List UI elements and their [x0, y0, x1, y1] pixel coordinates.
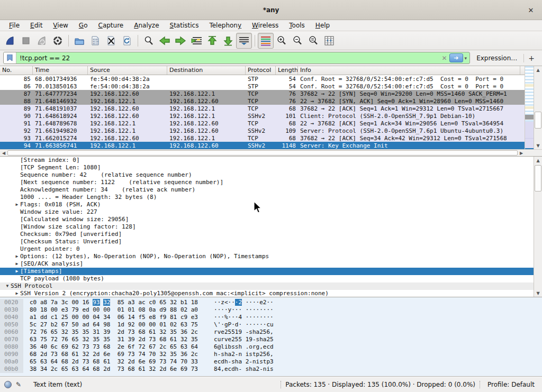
packet-row-85[interactable]: 8568.001734936fe:54:00:d4:38:2aSTP54Conf… [0, 75, 542, 83]
detail-line[interactable]: Urgent pointer: 0 [0, 245, 534, 253]
hex-bytes[interactable]: 36 40 6c 69 62 73 73 68 2e 6f 72 67 2c 6… [23, 343, 198, 351]
packet-minimap[interactable] [525, 66, 534, 149]
detail-line[interactable]: [Checksum Status: Unverified] [0, 238, 534, 245]
zoom-out-button[interactable] [290, 33, 305, 49]
hex-row-0070[interactable]: 007063 75 72 76 65 32 35 35 31 39 2d 73 … [0, 336, 542, 343]
detail-line[interactable]: ▶[SEQ/ACK analysis] [0, 260, 534, 268]
menu-go[interactable]: Go [74, 21, 93, 30]
hex-ascii[interactable]: ···%···4 ········ [198, 314, 274, 321]
packet-row-88[interactable]: 8871.648146932192.168.122.1192.168.122.6… [0, 97, 542, 105]
packet-list-hscrollbar[interactable]: ◀ ▶ [0, 149, 542, 156]
hex-row-0050[interactable]: 00505c 27 b2 67 50 ad 64 98 1d 92 00 00 … [0, 321, 542, 329]
detail-line[interactable]: Window size value: 227 [0, 208, 534, 216]
expert-info-icon[interactable] [4, 381, 12, 388]
auto-scroll-button[interactable] [236, 33, 252, 49]
find-packet-button[interactable] [141, 33, 157, 49]
menu-file[interactable]: File [4, 21, 24, 30]
open-file-button[interactable] [71, 33, 87, 49]
hex-bytes[interactable]: 68 2d 73 68 61 32 2d 6e 69 73 74 70 32 3… [23, 351, 198, 358]
close-window-icon[interactable]: ✕ [526, 5, 536, 15]
vscroll-thumb[interactable] [535, 112, 541, 128]
scroll-down-icon[interactable]: ▼ [534, 142, 542, 149]
go-forward-button[interactable] [173, 33, 188, 49]
tree-collapsed-icon[interactable]: ▶ [14, 253, 20, 260]
detail-line[interactable]: TCP payload (1080 bytes) [0, 275, 534, 282]
column-header-destination[interactable]: Destination [167, 66, 246, 75]
hex-ascii[interactable]: ··z<···2 ····e2·· [198, 299, 274, 306]
hex-ascii[interactable]: rve25519 -sha256, [198, 329, 274, 336]
detail-line[interactable]: [Calculated window size: 29056] [0, 216, 534, 223]
tree-collapsed-icon[interactable]: ▶ [14, 201, 20, 208]
filter-apply-button[interactable]: ➜ [449, 53, 463, 62]
detail-line[interactable]: [Stream index: 0] [0, 157, 534, 164]
column-header-no[interactable]: No. [0, 66, 33, 75]
colorize-button[interactable] [258, 33, 274, 49]
details-scroll-up-icon[interactable]: ▲ [534, 157, 542, 164]
hex-row-00a0[interactable]: 00a065 63 64 68 2d 73 68 61 32 2d 6e 69 … [0, 358, 542, 366]
go-first-button[interactable] [204, 33, 220, 49]
detail-line[interactable]: Acknowledgment number: 34 (relative ack … [0, 186, 534, 194]
column-header-length[interactable]: Length [276, 66, 298, 75]
packet-bytes-pane[interactable]: 0020c0 a8 7a 3c 00 16 93 32 85 a3 ac c0 … [0, 297, 542, 377]
zoom-in-button[interactable] [274, 33, 290, 49]
hex-bytes[interactable]: a1 dd c1 25 00 00 04 34 06 14 f5 e8 f9 8… [23, 314, 198, 321]
go-to-packet-button[interactable] [188, 33, 204, 49]
menu-help[interactable]: Help [311, 21, 335, 30]
packet-row-87[interactable]: 8771.647777234192.168.122.60192.168.122.… [0, 90, 542, 97]
detail-line[interactable]: [Window size scaling factor: 128] [0, 223, 534, 231]
packet-list-vscrollbar[interactable]: ▲ ▼ [534, 66, 542, 149]
expression-button[interactable]: Expression… [474, 54, 519, 62]
hex-bytes[interactable]: 72 76 65 32 35 35 31 39 2d 73 68 61 32 3… [23, 329, 198, 336]
tree-collapsed-icon[interactable]: ▶ [14, 268, 20, 275]
hex-ascii[interactable]: h-sha2-n istp256, [198, 351, 274, 358]
filter-bookmark-icon[interactable] [4, 52, 16, 63]
menu-capture[interactable]: Capture [93, 21, 128, 30]
hex-row-0030[interactable]: 003080 18 00 e3 79 ed 00 00 01 01 08 0a … [0, 306, 542, 314]
hex-bytes[interactable]: 80 18 00 e3 79 ed 00 00 01 01 08 0a d9 8… [23, 306, 198, 314]
column-header-info[interactable]: Info [298, 66, 520, 75]
detail-line[interactable]: Sequence number: 42 (relative sequence n… [0, 171, 534, 179]
reload-file-button[interactable] [119, 33, 135, 49]
detail-line[interactable]: ▶[Timestamps] [0, 268, 534, 275]
column-header-protocol[interactable]: Protocol [246, 66, 276, 75]
hex-ascii[interactable]: 6@libssh .org,ecd [198, 343, 274, 351]
menu-analyze[interactable]: Analyze [129, 21, 164, 30]
menu-view[interactable]: View [48, 21, 73, 30]
scroll-right-icon[interactable]: ▶ [518, 150, 525, 156]
hex-row-0020[interactable]: 0020c0 a8 7a 3c 00 16 93 32 85 a3 ac c0 … [0, 299, 542, 306]
detail-line[interactable]: [TCP Segment Len: 1080] [0, 164, 534, 171]
hex-ascii[interactable]: 84,ecdh- sha2-nis [198, 366, 274, 373]
hex-bytes[interactable]: 63 75 72 76 65 32 35 35 31 39 2d 73 68 6… [23, 336, 198, 343]
packet-details-tree[interactable]: [Stream index: 0][TCP Segment Len: 1080]… [0, 157, 534, 297]
packet-row-92[interactable]: 9271.661949820192.168.122.1192.168.122.6… [0, 127, 542, 134]
restart-capture-button[interactable] [34, 33, 50, 49]
packet-row-86[interactable]: 8670.013850163fe:54:00:d4:38:2aSTP54Conf… [0, 83, 542, 90]
details-vscroll-thumb[interactable] [535, 165, 541, 192]
hex-row-0040[interactable]: 0040a1 dd c1 25 00 00 04 34 06 14 f5 e8 … [0, 314, 542, 321]
display-filter-input[interactable]: !tcp.port == 22 [16, 54, 440, 62]
save-file-button[interactable]: 010101100111 [87, 33, 103, 49]
packet-row-93[interactable]: 9371.662015274192.168.122.60192.168.122.… [0, 134, 542, 142]
packet-row-94[interactable]: 9471.663856741192.168.122.1192.168.122.6… [0, 142, 542, 149]
start-capture-button[interactable] [2, 33, 18, 49]
menu-tools[interactable]: Tools [284, 21, 310, 30]
hex-bytes[interactable]: 65 63 64 68 2d 73 68 61 32 2d 6e 69 73 7… [23, 358, 198, 366]
detail-line[interactable]: ▼SSH Protocol [0, 282, 534, 290]
hex-row-0090[interactable]: 009068 2d 73 68 61 32 2d 6e 69 73 74 70 … [0, 351, 542, 358]
resize-columns-button[interactable] [321, 33, 337, 49]
scroll-left-icon[interactable]: ◀ [0, 150, 7, 156]
hex-ascii[interactable]: ····y··· ········ [198, 306, 274, 314]
detail-line[interactable]: ▶Options: (12 bytes), No-Operation (NOP)… [0, 253, 534, 260]
tree-collapsed-icon[interactable]: ▶ [14, 260, 20, 268]
menu-telephony[interactable]: Telephony [204, 21, 246, 30]
column-header-source[interactable]: Source [88, 66, 167, 75]
filter-dropdown-icon[interactable]: ▾ [464, 56, 470, 61]
go-last-button[interactable] [220, 33, 236, 49]
hscroll-thumb[interactable] [7, 150, 518, 156]
detail-line[interactable]: 1000 .... = Header Length: 32 bytes (8) [0, 194, 534, 201]
column-header-time[interactable]: Time [33, 66, 88, 75]
hex-row-0060[interactable]: 006072 76 65 32 35 35 31 39 2d 73 68 61 … [0, 329, 542, 336]
zoom-reset-button[interactable] [305, 33, 321, 49]
title-bar[interactable]: *any ✕ [0, 0, 542, 20]
packet-row-89[interactable]: 8971.648191037192.168.122.60192.168.122.… [0, 105, 542, 112]
